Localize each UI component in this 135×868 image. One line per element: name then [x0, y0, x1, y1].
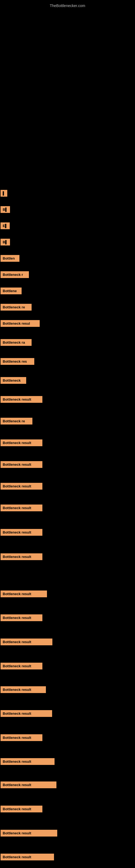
bottleneck-label-6[interactable]: Bottleneck r	[1, 271, 29, 278]
bottleneck-label-2[interactable]: B▌	[1, 206, 10, 213]
bottleneck-label-8[interactable]: Bottleneck re	[1, 304, 32, 311]
bottleneck-label-15[interactable]: Bottleneck result	[1, 439, 42, 446]
bottleneck-label-20[interactable]: Bottleneck result	[1, 553, 42, 560]
bottleneck-label-16[interactable]: Bottleneck result	[1, 461, 42, 468]
bottleneck-label-26[interactable]: Bottleneck result	[1, 710, 52, 717]
bottleneck-label-22[interactable]: Bottleneck result	[1, 614, 42, 621]
bottleneck-label-13[interactable]: Bottleneck result	[1, 396, 42, 403]
bottleneck-label-14[interactable]: Bottleneck re	[1, 418, 32, 425]
bottleneck-label-28[interactable]: Bottleneck result	[1, 758, 54, 765]
bottleneck-label-17[interactable]: Bottleneck result	[1, 483, 42, 490]
bottleneck-label-31[interactable]: Bottleneck result	[1, 830, 57, 837]
bottleneck-label-25[interactable]: Bottleneck result	[1, 686, 46, 693]
bottleneck-label-9[interactable]: Bottleneck resul	[1, 320, 40, 327]
bottleneck-label-4[interactable]: B▌	[1, 239, 10, 246]
bottleneck-label-29[interactable]: Bottleneck result	[1, 781, 56, 788]
site-title: TheBottlenecker.com	[0, 1, 135, 10]
bottleneck-label-30[interactable]: Bottleneck result	[1, 806, 42, 812]
bottleneck-label-27[interactable]: Bottleneck result	[1, 734, 42, 741]
bottleneck-label-23[interactable]: Bottleneck result	[1, 639, 52, 645]
bottleneck-label-21[interactable]: Bottleneck result	[1, 590, 47, 597]
bottleneck-label-11[interactable]: Bottleneck res	[1, 358, 34, 365]
bottleneck-label-19[interactable]: Bottleneck result	[1, 529, 42, 536]
bottleneck-label-1[interactable]: ▌	[1, 190, 7, 197]
bottleneck-label-10[interactable]: Bottleneck ra	[1, 339, 32, 346]
bottleneck-label-7[interactable]: Bottlene	[1, 287, 21, 294]
bottleneck-label-12[interactable]: Bottleneck	[1, 377, 26, 384]
bottleneck-label-3[interactable]: E▌	[1, 222, 10, 229]
bottleneck-label-5[interactable]: Bottlen	[1, 255, 19, 262]
bottleneck-label-18[interactable]: Bottleneck result	[1, 504, 42, 511]
bottleneck-label-24[interactable]: Bottleneck result	[1, 663, 42, 670]
bottleneck-label-32[interactable]: Bottleneck result	[1, 854, 54, 860]
